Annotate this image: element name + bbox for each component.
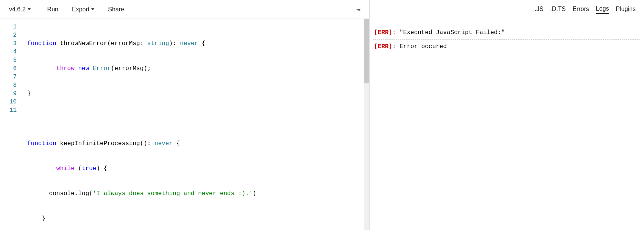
code-line: while (true) {: [27, 164, 364, 173]
line-number: 4: [0, 48, 17, 56]
code-line: function throwNewError(errorMsg: string)…: [27, 39, 364, 48]
code-line: }: [27, 214, 364, 223]
editor-scrollbar[interactable]: [364, 19, 369, 230]
log-message: Error occured: [399, 43, 447, 50]
code-line: console.log('I always does something and…: [27, 189, 364, 198]
app-root: v4.6.2 Run Export Share ⇥ 1 2 3 4 5: [0, 0, 644, 230]
line-number: 8: [0, 81, 17, 89]
line-number: 1: [0, 23, 17, 31]
run-arrow-icon[interactable]: ⇥: [353, 4, 363, 15]
code-editor[interactable]: 1 2 3 4 5 6 7 8 9 10 11 function throwNe…: [0, 19, 369, 230]
log-output[interactable]: [ERR]: "Executed JavaScript Failed:" [ER…: [370, 19, 644, 230]
code-line: [27, 114, 364, 123]
run-button[interactable]: Run: [44, 4, 61, 15]
log-level-err: [ERR]: [374, 29, 392, 36]
output-pane: .JS .D.TS Errors Logs Plugins [ERR]: "Ex…: [370, 0, 644, 230]
tab-js[interactable]: .JS: [535, 6, 543, 14]
code-line: }: [27, 89, 364, 98]
editor-toolbar: v4.6.2 Run Export Share ⇥: [0, 0, 369, 19]
share-label: Share: [108, 6, 124, 13]
log-entry: [ERR]: Error occured: [373, 40, 640, 53]
line-number: 7: [0, 73, 17, 81]
line-number: 9: [0, 89, 17, 98]
tab-dts[interactable]: .D.TS: [550, 6, 566, 14]
code-text-area[interactable]: function throwNewError(errorMsg: string)…: [22, 19, 364, 230]
code-line: throw new Error(errorMsg);: [27, 64, 364, 73]
tab-plugins[interactable]: Plugins: [616, 6, 636, 14]
log-sep: :: [392, 29, 399, 36]
line-number: 11: [0, 106, 17, 114]
scrollbar-thumb[interactable]: [364, 19, 369, 83]
line-number: 2: [0, 31, 17, 39]
version-dropdown[interactable]: v4.6.2: [6, 4, 34, 15]
line-number-gutter: 1 2 3 4 5 6 7 8 9 10 11: [0, 19, 22, 230]
code-line: function keepInfiniteProcessing(): never…: [27, 139, 364, 148]
log-entry: [ERR]: "Executed JavaScript Failed:": [373, 26, 640, 40]
share-button[interactable]: Share: [105, 4, 127, 15]
tab-errors[interactable]: Errors: [572, 6, 589, 14]
export-dropdown[interactable]: Export: [69, 4, 97, 15]
chevron-down-icon: [28, 8, 31, 10]
export-label: Export: [72, 6, 89, 13]
line-number: 5: [0, 56, 17, 64]
line-number: 6: [0, 64, 17, 73]
run-label: Run: [47, 6, 58, 13]
log-level-err: [ERR]: [374, 43, 392, 50]
log-message: "Executed JavaScript Failed:": [399, 29, 505, 36]
tab-logs[interactable]: Logs: [596, 5, 609, 14]
line-number: 10: [0, 98, 17, 106]
line-number: 3: [0, 39, 17, 48]
log-sep: :: [392, 43, 399, 50]
version-label: v4.6.2: [9, 6, 26, 13]
output-toolbar: .JS .D.TS Errors Logs Plugins: [370, 0, 644, 19]
chevron-down-icon: [91, 8, 94, 10]
editor-pane: v4.6.2 Run Export Share ⇥ 1 2 3 4 5: [0, 0, 370, 230]
